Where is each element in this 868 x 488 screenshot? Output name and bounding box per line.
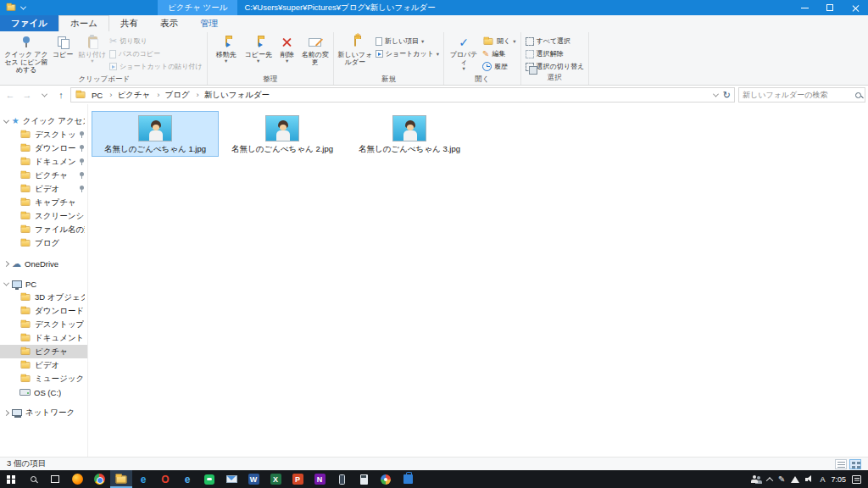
sidebar-item-network[interactable]: ネットワーク [0, 406, 87, 419]
taskbar-clock[interactable]: 7:05 [831, 475, 846, 484]
chevron-down-icon[interactable] [3, 117, 9, 123]
sidebar-item-pc[interactable]: PC [0, 277, 87, 291]
file-menu-button[interactable]: ファイル [0, 15, 58, 31]
back-button[interactable]: ← [3, 87, 18, 103]
chevron-down-icon[interactable] [20, 3, 26, 9]
pin-to-quick-access-button[interactable]: クイック アクセス にピン留めする [4, 32, 48, 75]
sidebar-item-quick-access[interactable]: ★ クイック アクセス [0, 114, 87, 128]
volume-icon[interactable] [805, 475, 814, 483]
sidebar-item-onedrive[interactable]: ☁ OneDrive [0, 257, 87, 270]
tab-share[interactable]: 共有 [109, 15, 149, 31]
chevron-right-icon[interactable] [3, 409, 9, 415]
sidebar-item-pictures-qa[interactable]: ピクチャ [0, 169, 87, 182]
shortcut-button[interactable]: ショートカット [374, 47, 441, 60]
pen-icon[interactable]: ✎ [778, 475, 785, 484]
search-input[interactable] [743, 91, 855, 99]
maximize-button[interactable] [817, 0, 843, 15]
minimize-button[interactable] [792, 0, 817, 15]
new-item-button[interactable]: 新しい項目 [374, 35, 441, 47]
opera-button[interactable]: O [154, 470, 176, 488]
breadcrumb-pc[interactable]: PC [90, 91, 104, 100]
new-folder-button[interactable]: ✱ 新しいフォルダー [337, 32, 374, 75]
move-to-button[interactable]: 移動先 [210, 32, 242, 75]
details-view-button[interactable] [835, 459, 847, 469]
close-button[interactable] [843, 0, 868, 15]
file-explorer-button[interactable] [110, 470, 132, 488]
tray-expand-chevron-icon[interactable] [766, 477, 773, 484]
search-box[interactable] [738, 87, 865, 103]
invert-selection-button[interactable]: 選択の切り替え [524, 60, 587, 73]
refresh-icon[interactable]: ↻ [723, 90, 731, 101]
properties-button[interactable]: ✓ プロパティ [447, 32, 481, 75]
mail-button[interactable] [220, 470, 242, 488]
chat-app-button[interactable] [198, 470, 220, 488]
chevron-down-icon[interactable] [3, 280, 9, 286]
history-button[interactable]: 履歴 [481, 60, 517, 73]
taskbar-search-button[interactable] [22, 470, 44, 488]
select-none-button[interactable]: 選択解除 [524, 47, 587, 60]
internet-explorer-button[interactable]: e [176, 470, 198, 488]
onenote-button[interactable]: N [309, 470, 331, 488]
copy-path-button[interactable]: パスのコピー [108, 47, 204, 60]
open-button[interactable]: 開く [481, 35, 517, 47]
sidebar-item-3d-objects[interactable]: 3D オブジェクト [0, 291, 87, 304]
people-icon[interactable] [751, 475, 761, 484]
picture-tools-tab[interactable]: ピクチャ ツール [158, 0, 237, 15]
tab-manage[interactable]: 管理 [189, 15, 229, 31]
sidebar-item-rename-howto[interactable]: ファイル名の変更方法 [0, 223, 87, 236]
breadcrumb-pictures[interactable]: ピクチャ [108, 90, 152, 101]
copy-to-button[interactable]: コピー先 [242, 32, 275, 75]
file-item-2[interactable]: 名無しのごんべちゃん 2.jpg [219, 111, 346, 157]
sidebar-item-blog[interactable]: ブログ [0, 236, 87, 250]
paste-shortcut-button[interactable]: ショートカットの貼り付け [108, 60, 204, 73]
store-button[interactable] [397, 470, 419, 488]
breadcrumb-blog[interactable]: ブログ [155, 90, 191, 101]
delete-button[interactable]: 削除 [275, 32, 300, 75]
sidebar-item-pictures[interactable]: ピクチャ [0, 345, 87, 358]
network-wifi-icon[interactable] [791, 476, 799, 483]
firefox-button[interactable] [66, 470, 88, 488]
sidebar-item-desktop[interactable]: デスクトップ [0, 318, 87, 331]
chevron-right-icon[interactable] [3, 260, 9, 266]
sidebar-item-screenshots[interactable]: スクリーンショット [0, 209, 87, 223]
paint-button[interactable] [375, 470, 397, 488]
sidebar-item-videos[interactable]: ビデオ [0, 358, 87, 372]
sidebar-item-music[interactable]: ミュージック [0, 372, 87, 385]
sidebar-item-os-c[interactable]: OS (C:) [0, 385, 87, 399]
sidebar-item-downloads-qa[interactable]: ダウンロード [0, 141, 87, 155]
sidebar-item-downloads[interactable]: ダウンロード [0, 304, 87, 318]
breadcrumb-new-folder[interactable]: 新しいフォルダー [195, 90, 272, 101]
sidebar-item-documents-qa[interactable]: ドキュメント [0, 155, 87, 169]
sidebar-item-desktop-qa[interactable]: デスクトップ [0, 128, 87, 141]
paste-button[interactable]: 貼り付け [77, 32, 108, 75]
rename-button[interactable]: 名前の変更 [300, 32, 331, 75]
address-dropdown-icon[interactable] [713, 91, 719, 97]
notification-center-icon[interactable] [852, 475, 861, 484]
task-view-button[interactable] [44, 470, 66, 488]
address-bar[interactable]: PC ピクチャ ブログ 新しいフォルダー ↻ [70, 87, 735, 103]
start-button[interactable] [0, 470, 22, 488]
edit-button[interactable]: ✎ 編集 [481, 47, 517, 60]
up-button[interactable]: ↑ [53, 87, 69, 103]
large-icons-view-button[interactable] [849, 459, 861, 469]
select-all-button[interactable]: すべて選択 [524, 35, 587, 47]
file-item-3[interactable]: 名無しのごんべちゃん 3.jpg [346, 111, 473, 157]
chrome-button[interactable] [88, 470, 110, 488]
ime-indicator[interactable]: A [820, 475, 825, 484]
word-button[interactable]: W [242, 470, 264, 488]
edge-button[interactable]: e [132, 470, 154, 488]
sidebar-item-documents[interactable]: ドキュメント [0, 331, 87, 345]
recent-locations-button[interactable] [36, 87, 52, 103]
tab-view[interactable]: 表示 [149, 15, 189, 31]
file-item-1[interactable]: 名無しのごんべちゃん 1.jpg [92, 111, 219, 157]
forward-button[interactable]: → [19, 87, 35, 103]
phone-button[interactable] [331, 470, 353, 488]
sidebar-item-capture[interactable]: キャプチャ [0, 196, 87, 209]
cut-button[interactable]: ✂ 切り取り [108, 35, 204, 47]
excel-button[interactable]: X [264, 470, 287, 488]
sidebar-item-videos-qa[interactable]: ビデオ [0, 182, 87, 196]
powerpoint-button[interactable]: P [287, 470, 309, 488]
copy-button[interactable]: コピー [48, 32, 77, 75]
calculator-button[interactable] [353, 470, 375, 488]
tab-home[interactable]: ホーム [58, 15, 109, 31]
